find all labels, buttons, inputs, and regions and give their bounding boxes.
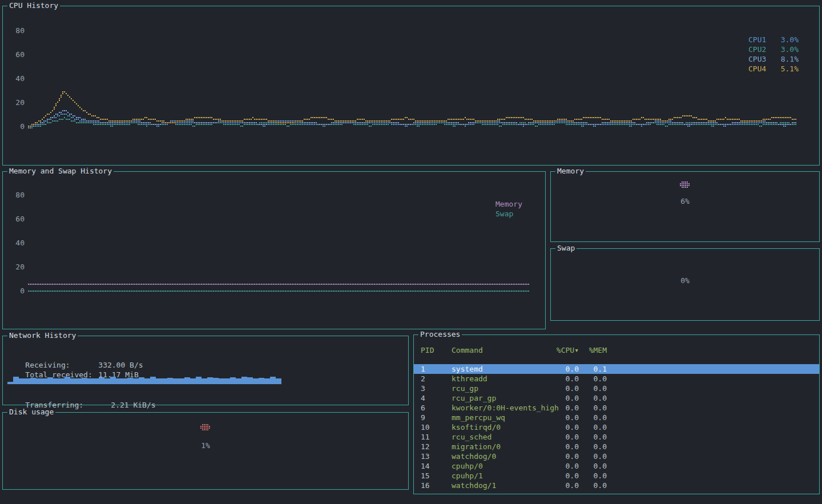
y-axis-tick-label: 20 <box>7 263 25 271</box>
process-pid: 4 <box>421 393 452 403</box>
memory-swap-history-panel: Memory and Swap History 020406080 Memory… <box>2 171 546 329</box>
swap-panel: Swap 0% <box>550 248 820 321</box>
disk-usage-panel-title: Disk usage <box>7 408 55 416</box>
y-axis-tick-label: 0 <box>7 123 25 131</box>
process-command: rcu_sched <box>452 432 545 442</box>
cpu-legend-item: CPU45.1% <box>748 64 799 74</box>
process-row[interactable]: 11rcu_sched0.00.0 <box>414 432 819 442</box>
y-axis-tick-label: 80 <box>7 27 25 35</box>
memory-swap-history-panel-title: Memory and Swap History <box>7 167 114 175</box>
memory-pie-icon <box>680 182 690 188</box>
process-cpu-percent: 0.0 <box>545 413 579 422</box>
process-cpu-percent: 0.0 <box>545 471 579 481</box>
process-table-header: PID Command %CPU▾ %MEM <box>414 345 819 355</box>
process-cpu-percent: 0.0 <box>545 393 579 403</box>
process-pid: 15 <box>421 471 452 481</box>
process-row[interactable]: 14cpuhp/00.00.0 <box>414 461 819 471</box>
cpu-legend-item: CPU13.0% <box>748 35 799 45</box>
cpu-legend-label: CPU1 <box>748 35 766 45</box>
process-row[interactable]: 10ksoftirqd/00.00.0 <box>414 422 819 432</box>
process-command: migration/0 <box>452 442 545 451</box>
disk-usage-panel: Disk usage 1% <box>2 412 409 490</box>
processes-panel: Processes PID Command %CPU▾ %MEM 1system… <box>413 334 820 494</box>
cpu-history-panel-title: CPU History <box>7 1 60 10</box>
cpu-legend-label: CPU2 <box>748 45 766 54</box>
process-row[interactable]: 4rcu_par_gp0.00.0 <box>414 393 819 403</box>
process-mem-percent: 0.0 <box>579 384 607 393</box>
process-pid: 9 <box>421 413 452 422</box>
disk-pie-icon <box>200 424 211 431</box>
process-row[interactable]: 1systemd0.00.1 <box>414 364 819 374</box>
process-command: rcu_gp <box>452 384 545 393</box>
cpu-legend-item: CPU23.0% <box>748 45 799 54</box>
memory-percent: 6% <box>551 197 819 205</box>
process-row[interactable]: 12migration/00.00.0 <box>414 442 819 451</box>
process-cpu-percent: 0.0 <box>545 442 579 451</box>
process-command: kthreadd <box>452 374 545 384</box>
process-pid: 2 <box>421 374 452 384</box>
y-axis-tick-label: 20 <box>7 99 25 107</box>
process-table-rows: 1systemd0.00.12kthreadd0.00.03rcu_gp0.00… <box>414 364 819 490</box>
column-header-pid[interactable]: PID <box>421 345 452 355</box>
column-header-mem[interactable]: %MEM <box>579 345 607 355</box>
process-mem-percent: 0.0 <box>579 374 607 384</box>
process-command: kworker/0:0H-events_high <box>452 403 545 413</box>
memory-swap-legend: MemorySwap <box>495 199 522 219</box>
cpu-legend-value: 3.0% <box>781 35 799 45</box>
process-mem-percent: 0.0 <box>579 403 607 413</box>
process-cpu-percent: 0.0 <box>545 364 579 374</box>
process-cpu-percent: 0.0 <box>545 432 579 442</box>
column-header-cpu[interactable]: %CPU▾ <box>545 345 579 355</box>
process-mem-percent: 0.0 <box>579 442 607 451</box>
process-command: rcu_par_gp <box>452 393 545 403</box>
swap-panel-title: Swap <box>555 244 577 252</box>
process-mem-percent: 0.0 <box>579 422 607 432</box>
process-pid: 16 <box>421 481 452 490</box>
y-axis-tick-label: 40 <box>7 75 25 83</box>
memory-panel-title: Memory <box>555 167 586 175</box>
cpu-legend: CPU13.0%CPU23.0%CPU38.1%CPU45.1% <box>748 35 799 74</box>
process-row[interactable]: 6kworker/0:0H-events_high0.00.0 <box>414 403 819 413</box>
cpu-legend-value: 5.1% <box>781 64 799 74</box>
cpu-legend-item: CPU38.1% <box>748 54 799 64</box>
process-command: mm_percpu_wq <box>452 413 545 422</box>
process-row[interactable]: 16watchdog/10.00.0 <box>414 481 819 490</box>
memory-swap-legend-item: Swap <box>495 209 522 219</box>
memory-swap-history-chart <box>28 191 530 300</box>
process-pid: 10 <box>421 422 452 432</box>
network-history-chart <box>7 369 407 384</box>
cpu-legend-label: CPU3 <box>748 54 766 64</box>
process-pid: 6 <box>421 403 452 413</box>
y-axis-tick-label: 80 <box>7 191 25 199</box>
network-history-panel: Network History Receiving:332.00 B/s Tot… <box>2 336 409 405</box>
process-cpu-percent: 0.0 <box>545 403 579 413</box>
process-row[interactable]: 9mm_percpu_wq0.00.0 <box>414 413 819 422</box>
y-axis-tick-label: 60 <box>7 215 25 223</box>
process-row[interactable]: 3rcu_gp0.00.0 <box>414 384 819 393</box>
process-row[interactable]: 2kthreadd0.00.0 <box>414 374 819 384</box>
cpu-history-panel: CPU History 020406080 CPU13.0%CPU23.0%CP… <box>2 6 820 166</box>
disk-percent: 1% <box>3 441 408 450</box>
process-mem-percent: 0.0 <box>579 451 607 461</box>
cpu-legend-value: 3.0% <box>781 45 799 54</box>
column-header-command[interactable]: Command <box>452 345 545 355</box>
process-mem-percent: 0.0 <box>579 471 607 481</box>
process-pid: 13 <box>421 451 452 461</box>
process-command: systemd <box>452 364 545 374</box>
transferring-value: 2.21 KiB/s <box>111 401 155 409</box>
cpu-history-chart <box>28 25 796 139</box>
process-mem-percent: 0.0 <box>579 481 607 490</box>
process-cpu-percent: 0.0 <box>545 481 579 490</box>
cpu-legend-label: CPU4 <box>748 64 766 74</box>
process-command: watchdog/0 <box>452 451 545 461</box>
process-row[interactable]: 13watchdog/00.00.0 <box>414 451 819 461</box>
process-row[interactable]: 15cpuhp/10.00.0 <box>414 471 819 481</box>
process-mem-percent: 0.1 <box>579 364 607 374</box>
process-cpu-percent: 0.0 <box>545 384 579 393</box>
process-pid: 11 <box>421 432 452 442</box>
y-axis-tick-label: 60 <box>7 51 25 59</box>
swap-percent: 0% <box>551 276 819 285</box>
process-command: cpuhp/1 <box>452 471 545 481</box>
process-pid: 3 <box>421 384 452 393</box>
process-cpu-percent: 0.0 <box>545 422 579 432</box>
